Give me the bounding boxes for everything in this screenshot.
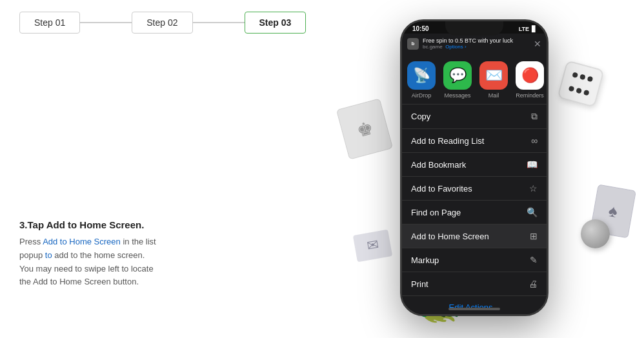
action-markup[interactable]: Markup ✎	[402, 248, 547, 272]
action-add-favorites[interactable]: Add to Favorites ☆	[402, 177, 547, 201]
edit-actions-link[interactable]: Edit Actions...	[402, 296, 547, 316]
phone-notch	[445, 21, 503, 35]
share-messages[interactable]: 💬 Messages	[443, 61, 472, 99]
browser-app-icon: b	[407, 38, 419, 50]
home-indicator	[448, 308, 500, 310]
phone-shell: 10:50 LTE ▊ b Free spin to 0.5 BTC with …	[400, 19, 548, 316]
copy-icon: ⧉	[531, 111, 538, 122]
action-add-reading-list[interactable]: Add to Reading List ∞	[402, 129, 547, 153]
action-list: Copy ⧉ Add to Reading List ∞ Add Bookmar…	[402, 104, 547, 316]
phone-wrapper: 10:50 LTE ▊ b Free spin to 0.5 BTC with …	[381, 13, 568, 329]
step-2-button[interactable]: Step 02	[132, 12, 192, 34]
browser-close-button[interactable]: ✕	[534, 39, 541, 48]
highlight-add: Add to Home Screen	[43, 237, 121, 246]
action-copy[interactable]: Copy ⧉	[402, 104, 547, 129]
browser-bar: b Free spin to 0.5 BTC with your luck bc…	[402, 34, 547, 54]
reading-list-icon: ∞	[531, 135, 538, 146]
airdrop-label: AirDrop	[412, 92, 432, 99]
browser-title: Free spin to 0.5 BTC with your luck	[423, 37, 530, 44]
share-icons-row: 📡 AirDrop 💬 Messages ✉️ Mail 🔴 Reminders	[402, 54, 547, 104]
action-reading-list-label: Add to Reading List	[411, 136, 484, 146]
section-description: Press Add to Home Screen in the list pop…	[19, 235, 187, 289]
status-time: 10:50	[412, 25, 429, 32]
action-add-home-screen[interactable]: Add to Home Screen ⊞	[402, 224, 547, 248]
spade-card-decoration: ♠	[590, 184, 636, 238]
favorites-icon: ☆	[529, 183, 538, 194]
step-3-button[interactable]: Step 03	[245, 12, 307, 34]
share-mail[interactable]: ✉️ Mail	[479, 61, 508, 99]
step-connector-2	[193, 22, 245, 23]
action-add-bookmark[interactable]: Add Bookmark 📖	[402, 153, 547, 177]
action-home-screen-label: Add to Home Screen	[411, 232, 489, 241]
status-right: LTE ▊	[519, 26, 536, 32]
reminders-icon: 🔴	[516, 61, 544, 90]
browser-url: bc.game Options ›	[423, 44, 530, 50]
left-content: 3.Tap Add to Home Screen. Press Add to H…	[19, 219, 187, 289]
action-copy-label: Copy	[411, 112, 430, 121]
messages-label: Messages	[444, 92, 470, 99]
print-icon: 🖨	[528, 279, 538, 289]
browser-url-area: Free spin to 0.5 BTC with your luck bc.g…	[423, 37, 530, 50]
signal-icon: LTE	[519, 26, 529, 32]
highlight-to: to	[45, 250, 52, 260]
action-find-label: Find on Page	[411, 208, 461, 217]
battery-icon: ▊	[532, 26, 536, 32]
bookmark-icon: 📖	[527, 159, 538, 170]
find-icon: 🔍	[527, 207, 538, 217]
action-print[interactable]: Print 🖨	[402, 272, 547, 296]
action-favorites-label: Add to Favorites	[411, 184, 472, 194]
messages-icon: 💬	[443, 61, 472, 90]
ball-decoration	[581, 219, 610, 248]
step-1-button[interactable]: Step 01	[19, 12, 80, 34]
markup-icon: ✎	[530, 255, 538, 265]
mail-label: Mail	[488, 92, 499, 99]
step-connector-1	[80, 22, 132, 23]
action-markup-label: Markup	[411, 255, 439, 265]
share-airdrop[interactable]: 📡 AirDrop	[407, 61, 436, 99]
action-print-label: Print	[411, 279, 428, 289]
section-title: 3.Tap Add to Home Screen.	[19, 219, 187, 230]
home-screen-icon: ⊞	[530, 231, 538, 241]
airdrop-icon: 📡	[407, 61, 436, 90]
mail-icon: ✉️	[479, 61, 508, 90]
share-reminders[interactable]: 🔴 Reminders	[516, 61, 544, 99]
reminders-label: Reminders	[516, 92, 544, 99]
action-find-on-page[interactable]: Find on Page 🔍	[402, 201, 547, 224]
action-bookmark-label: Add Bookmark	[411, 160, 466, 170]
